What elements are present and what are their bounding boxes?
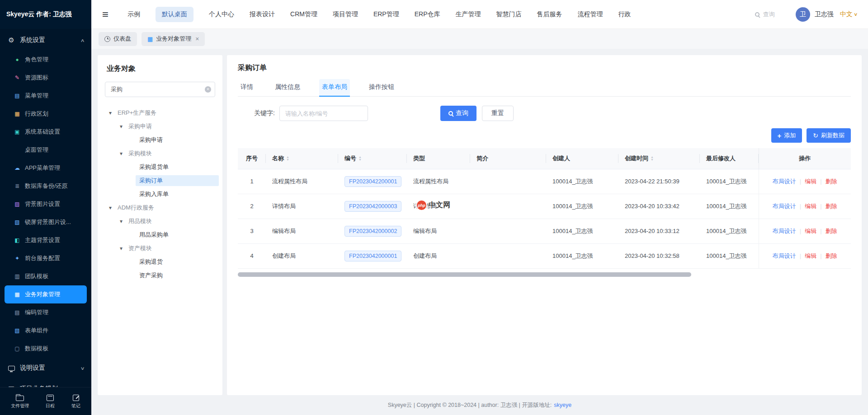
schedule-button[interactable]: 日程 bbox=[46, 394, 55, 409]
sort-down-icon[interactable]: ▼ bbox=[359, 159, 362, 161]
topnav-item-personal-center[interactable]: 个人中心 bbox=[209, 10, 234, 19]
sort-icons[interactable]: ▲▼ bbox=[286, 156, 289, 161]
keyword-input[interactable] bbox=[279, 106, 368, 121]
topnav-item-production[interactable]: 生产管理 bbox=[456, 10, 481, 19]
layout-design-link[interactable]: 布局设计 bbox=[773, 178, 796, 185]
layout-design-link[interactable]: 布局设计 bbox=[773, 203, 796, 210]
close-icon[interactable]: × bbox=[195, 35, 199, 42]
horizontal-scrollbar[interactable] bbox=[238, 272, 691, 277]
hamburger-icon[interactable]: ≡ bbox=[102, 9, 108, 20]
tree-node[interactable]: 资产采购 bbox=[101, 269, 219, 282]
add-button[interactable]: + 添加 bbox=[771, 128, 802, 143]
sort-down-icon[interactable]: ▼ bbox=[286, 159, 289, 161]
caret-down-icon[interactable]: ▾ bbox=[118, 218, 125, 224]
sidebar-group-system-settings[interactable]: ⚙ 系统设置 ∧ bbox=[0, 30, 91, 51]
topnav-item-smart-store[interactable]: 智慧门店 bbox=[496, 10, 522, 19]
tab-form-layout[interactable]: 表单布局 bbox=[319, 79, 350, 96]
column-header-code[interactable]: 编号 ▲▼ bbox=[338, 148, 407, 169]
topnav-item-administration[interactable]: 行政 bbox=[618, 10, 631, 19]
topnav-item-project-management[interactable]: 项目管理 bbox=[333, 10, 358, 19]
tree-node[interactable]: ▾ ERP+生产服务 bbox=[101, 106, 219, 120]
global-search[interactable]: 查询 bbox=[755, 10, 775, 19]
column-header-name[interactable]: 名称 ▲▼ bbox=[266, 148, 338, 169]
file-manager-button[interactable]: 文件管理 bbox=[11, 393, 29, 409]
tab-action-buttons[interactable]: 操作按钮 bbox=[366, 79, 397, 96]
tree-node[interactable]: ▾ 资产模块 bbox=[101, 242, 219, 255]
topnav-item-workflow[interactable]: 流程管理 bbox=[578, 10, 603, 19]
table-row[interactable]: 2 详情布局 FP2023042000003 详情布局 100014_卫志强 2… bbox=[238, 194, 851, 219]
query-button[interactable]: 查询 bbox=[440, 106, 476, 121]
refresh-button[interactable]: ↻ 刷新数据 bbox=[807, 128, 851, 143]
layout-design-link[interactable]: 布局设计 bbox=[773, 228, 796, 234]
tree-node[interactable]: 采购退货单 bbox=[101, 160, 219, 174]
sidebar-item-desktop-management[interactable]: 桌面管理 bbox=[5, 141, 87, 159]
sidebar-item-resource-icons[interactable]: ✎ 资源图标 bbox=[5, 69, 87, 87]
caret-down-icon[interactable]: ▾ bbox=[107, 110, 114, 116]
topnav-item-crm[interactable]: CRM管理 bbox=[290, 10, 317, 19]
table-row[interactable]: 1 流程属性布局 FP2023042200001 流程属性布局 100014_卫… bbox=[238, 169, 851, 194]
caret-down-icon[interactable]: ▾ bbox=[118, 150, 125, 157]
tab-attribute-info[interactable]: 属性信息 bbox=[272, 79, 303, 96]
sort-icons[interactable]: ▲▼ bbox=[359, 156, 362, 161]
caret-down-icon[interactable]: ▾ bbox=[107, 205, 114, 211]
tree-node[interactable]: ▾ 采购模块 bbox=[101, 147, 219, 160]
tree-node[interactable]: 采购入库单 bbox=[101, 187, 219, 201]
tab-dashboard[interactable]: 仪表盘 bbox=[99, 32, 137, 46]
topnav-item-erp[interactable]: ERP管理 bbox=[373, 10, 399, 19]
sidebar-item-team-templates[interactable]: ▥ 团队模板 bbox=[5, 267, 87, 285]
sort-down-icon[interactable]: ▼ bbox=[651, 159, 654, 161]
topnav-item-aftersales[interactable]: 售后服务 bbox=[537, 10, 562, 19]
column-header-created-time[interactable]: 创建时间 ▲▼ bbox=[618, 148, 700, 169]
sidebar-item-business-object-management[interactable]: ▦ 业务对象管理 bbox=[5, 285, 87, 303]
sidebar-group-description-settings[interactable]: 说明设置 ∨ bbox=[0, 358, 91, 378]
tree-node[interactable]: ▾ ADM行政服务 bbox=[101, 201, 219, 214]
tab-business-object-management[interactable]: ▦ 业务对象管理 × bbox=[142, 32, 205, 46]
sidebar-item-lockscreen-background-settings[interactable]: ▧ 锁屏背景图片设... bbox=[5, 213, 87, 231]
layout-design-link[interactable]: 布局设计 bbox=[773, 252, 796, 259]
sidebar-item-menu-management[interactable]: ▤ 菜单管理 bbox=[5, 87, 87, 105]
table-row[interactable]: 3 编辑布局 FP2023042000002 编辑布局 100014_卫志强 2… bbox=[238, 219, 851, 243]
sidebar-item-code-management[interactable]: ▤ 编码管理 bbox=[5, 303, 87, 322]
topnav-item-report-design[interactable]: 报表设计 bbox=[250, 10, 275, 19]
tree-node[interactable]: 采购退货 bbox=[101, 255, 219, 269]
edit-link[interactable]: 编辑 bbox=[805, 252, 816, 259]
topnav-item-example[interactable]: 示例 bbox=[127, 10, 140, 19]
sidebar-item-system-basic-settings[interactable]: ▣ 系统基础设置 bbox=[5, 123, 87, 141]
delete-link[interactable]: 删除 bbox=[826, 203, 837, 210]
sidebar-item-database-backup-restore[interactable]: ≣ 数据库备份/还原 bbox=[5, 177, 87, 195]
edit-link[interactable]: 编辑 bbox=[805, 203, 816, 210]
tree-node-selected[interactable]: 采购订单 bbox=[101, 174, 219, 187]
table-row[interactable]: 4 创建布局 FP2023042000001 创建布局 100014_卫志强 2… bbox=[238, 243, 851, 268]
sidebar-item-data-templates[interactable]: ▢ 数据模板 bbox=[5, 340, 87, 358]
topnav-item-default-desktop[interactable]: 默认桌面 bbox=[156, 7, 193, 22]
tree-node[interactable]: 用品采购单 bbox=[101, 228, 219, 242]
tab-details[interactable]: 详情 bbox=[238, 79, 256, 96]
sort-icons[interactable]: ▲▼ bbox=[651, 156, 654, 161]
edit-link[interactable]: 编辑 bbox=[805, 228, 816, 234]
sidebar-item-app-menu-management[interactable]: ☁ APP菜单管理 bbox=[5, 159, 87, 177]
caret-down-icon[interactable]: ▾ bbox=[118, 123, 125, 130]
caret-down-icon[interactable]: ▾ bbox=[118, 245, 125, 252]
topnav-item-erp-warehouse[interactable]: ERP仓库 bbox=[415, 10, 440, 19]
notes-button[interactable]: 笔记 bbox=[71, 394, 80, 409]
language-switcher[interactable]: 中文 ∨ bbox=[840, 10, 857, 19]
tree-node[interactable]: ▾ 用品模块 bbox=[101, 214, 219, 228]
tree-search-input[interactable] bbox=[105, 82, 215, 97]
sidebar-item-role-management[interactable]: ● 角色管理 bbox=[5, 51, 87, 69]
clear-icon[interactable]: × bbox=[205, 86, 211, 93]
user-menu[interactable]: 卫 卫志强 bbox=[796, 7, 834, 22]
delete-link[interactable]: 删除 bbox=[826, 252, 837, 259]
tree-node[interactable]: 采购申请 bbox=[101, 133, 219, 147]
sidebar-item-administrative-divisions[interactable]: ▦ 行政区划 bbox=[5, 105, 87, 123]
footer-link-skyeye[interactable]: skyeye bbox=[554, 402, 571, 408]
delete-link[interactable]: 删除 bbox=[826, 178, 837, 185]
sidebar-item-frontend-service-config[interactable]: ✦ 前台服务配置 bbox=[5, 249, 87, 267]
sidebar-item-background-image-settings[interactable]: ▨ 背景图片设置 bbox=[5, 195, 87, 213]
sidebar-group-project-business-planning[interactable]: ▣ 项目业务规划 ∨ bbox=[0, 378, 91, 387]
tree-node[interactable]: ▾ 采购申请 bbox=[101, 120, 219, 133]
sidebar-item-theme-background-settings[interactable]: ◧ 主题背景设置 bbox=[5, 231, 87, 249]
sidebar-item-form-components[interactable]: ▧ 表单组件 bbox=[5, 322, 87, 340]
app-logo[interactable]: Skyeye云 作者: 卫志强 bbox=[0, 0, 91, 29]
reset-button[interactable]: 重置 bbox=[482, 106, 514, 121]
delete-link[interactable]: 删除 bbox=[826, 228, 837, 234]
